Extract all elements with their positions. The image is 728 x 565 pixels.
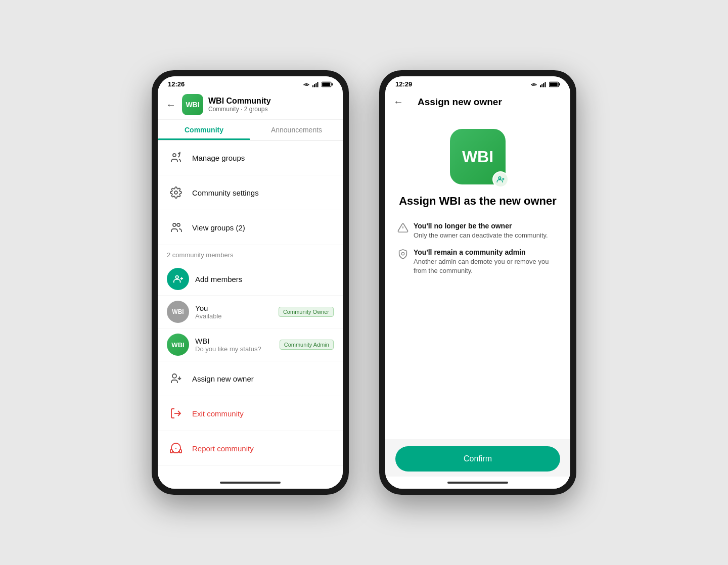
svg-rect-6: [322, 82, 330, 86]
tab-community[interactable]: Community: [158, 120, 250, 140]
add-members-avatar: [167, 268, 189, 290]
view-groups-item[interactable]: View groups (2): [158, 210, 343, 245]
you-member-item[interactable]: WBI You Available Community Owner: [158, 296, 343, 328]
manage-groups-item[interactable]: Manage groups: [158, 140, 343, 175]
exit-community-label: Exit community: [192, 409, 244, 418]
owner-badge-icon: [492, 171, 509, 187]
status-icons-1: [302, 81, 333, 87]
warning-icon: [397, 222, 408, 236]
assign-header: ← Assign new owner: [385, 90, 570, 114]
svg-rect-26: [544, 82, 545, 87]
phone-1: 12:26: [152, 70, 349, 495]
community-header: ← WBI WBI Community Community · 2 groups: [158, 90, 343, 120]
svg-rect-5: [332, 83, 333, 85]
wbi-avatar: WBI: [167, 334, 189, 356]
view-groups-icon: [167, 218, 185, 237]
svg-rect-0: [312, 85, 313, 87]
svg-point-35: [401, 253, 404, 256]
tab-bar: Community Announcements: [158, 120, 343, 140]
svg-rect-29: [550, 82, 558, 86]
svg-rect-2: [315, 83, 316, 87]
svg-point-7: [173, 154, 176, 157]
manage-groups-label: Manage groups: [192, 154, 245, 162]
svg-rect-25: [543, 83, 544, 87]
members-section-header: 2 community members: [158, 245, 343, 263]
home-indicator-1: [158, 477, 343, 489]
view-groups-label: View groups (2): [192, 223, 245, 232]
svg-point-11: [174, 191, 177, 194]
home-bar-2: [447, 482, 508, 484]
confirm-button[interactable]: Confirm: [395, 446, 560, 472]
report-icon: [167, 439, 185, 457]
owner-badge: Community Owner: [279, 307, 334, 317]
warning-row: You'll no longer be the owner Only the o…: [397, 222, 558, 240]
manage-groups-icon: [167, 149, 185, 167]
assign-main-title: Assign WBI as the new owner: [399, 195, 557, 208]
phone2-content: WBI Assign WBI as the new owner: [385, 114, 570, 439]
time-1: 12:26: [168, 80, 185, 88]
svg-point-13: [177, 223, 180, 226]
tab-announcements[interactable]: Announcements: [250, 120, 343, 140]
wifi-icon-2: [530, 81, 538, 87]
wifi-icon: [302, 81, 310, 87]
signal-icon: [312, 81, 320, 87]
community-settings-label: Community settings: [192, 189, 259, 197]
add-members-item[interactable]: Add members: [158, 263, 343, 296]
svg-point-12: [173, 223, 176, 226]
home-bar-1: [220, 482, 281, 484]
admin-row: You'll remain a community admin Another …: [397, 248, 558, 275]
shield-icon: [397, 249, 408, 262]
time-2: 12:29: [395, 80, 412, 88]
phone1-content: Manage groups Community settings: [158, 140, 343, 477]
settings-icon: [167, 183, 185, 202]
header-text: WBI Community Community · 2 groups: [208, 97, 271, 113]
svg-point-14: [175, 276, 178, 279]
remain-admin-info: You'll remain a community admin Another …: [414, 248, 558, 275]
community-subtitle: Community · 2 groups: [208, 106, 271, 113]
deactivate-community-item[interactable]: Deactivate community: [158, 466, 343, 477]
phone-2: 12:29: [379, 70, 576, 495]
add-members-info: Add members: [195, 275, 334, 284]
no-longer-owner-info: You'll no longer be the owner Only the o…: [414, 222, 548, 240]
exit-icon: [167, 404, 185, 422]
community-settings-item[interactable]: Community settings: [158, 175, 343, 210]
battery-icon-2: [549, 81, 560, 87]
wbi-member-item[interactable]: WBI WBI Do you like my status? Community…: [158, 328, 343, 361]
svg-rect-1: [314, 84, 315, 87]
you-member-info: You Available: [195, 304, 279, 320]
svg-point-30: [498, 177, 501, 179]
svg-rect-24: [541, 84, 542, 87]
assign-title-header: Assign new owner: [418, 97, 502, 108]
back-button-2[interactable]: ←: [393, 96, 403, 108]
assign-owner-label: Assign new owner: [192, 374, 254, 383]
you-avatar: WBI: [167, 301, 189, 323]
svg-point-17: [172, 374, 176, 378]
svg-rect-23: [540, 85, 541, 87]
battery-icon: [322, 81, 333, 87]
admin-badge: Community Admin: [280, 340, 334, 350]
phone2-footer: Confirm: [385, 439, 570, 477]
assign-owner-icon: [167, 369, 185, 388]
svg-rect-19: [170, 450, 172, 453]
signal-icon-2: [540, 81, 547, 87]
info-block: You'll no longer be the owner Only the o…: [397, 222, 558, 284]
svg-rect-20: [179, 450, 181, 453]
wbi-avatar-large: WBI: [450, 129, 506, 184]
svg-rect-3: [317, 82, 318, 87]
wbi-member-info: WBI Do you like my status?: [195, 337, 280, 353]
home-indicator-2: [385, 477, 570, 489]
svg-rect-28: [559, 83, 560, 85]
report-community-label: Report community: [192, 444, 254, 453]
status-bar-1: 12:26: [158, 76, 343, 90]
exit-community-item[interactable]: Exit community: [158, 396, 343, 431]
status-bar-2: 12:29: [385, 76, 570, 90]
community-name: WBI Community: [208, 97, 271, 106]
avatar-small: WBI: [182, 94, 203, 115]
report-community-item[interactable]: Report community: [158, 431, 343, 466]
assign-owner-item[interactable]: Assign new owner: [158, 361, 343, 396]
status-icons-2: [530, 81, 560, 87]
back-button[interactable]: ←: [166, 99, 176, 111]
